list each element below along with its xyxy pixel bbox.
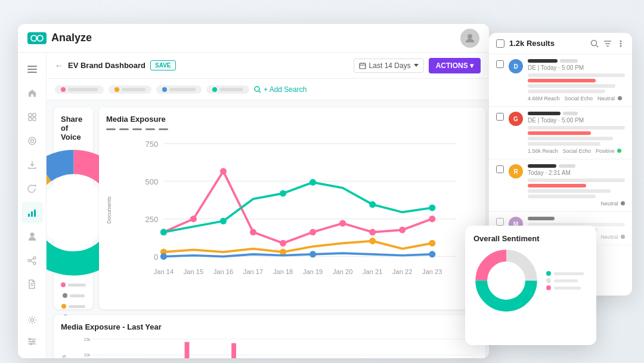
- sidebar-item-share[interactable]: [21, 250, 43, 271]
- result-2-reach: 1.56k Reach: [528, 148, 558, 154]
- filter-tag-2[interactable]: [109, 85, 151, 94]
- sidebar-item-document[interactable]: [21, 273, 43, 295]
- svg-text:Jan 21: Jan 21: [363, 268, 382, 275]
- svg-rect-12: [31, 211, 33, 217]
- logo-icon: [27, 32, 47, 44]
- result-1-checkbox[interactable]: [496, 60, 504, 68]
- result-1-reach: 4.66M Reach: [528, 96, 560, 101]
- svg-point-28: [30, 343, 32, 345]
- sidebar-item-refresh[interactable]: [21, 178, 43, 199]
- source-avatar-3: R: [509, 164, 523, 179]
- source-avatar-1: D: [509, 59, 523, 73]
- result-2-checkbox[interactable]: [496, 113, 504, 121]
- sidebar-item-analytics[interactable]: [21, 202, 43, 223]
- result-item-3: R Today · 2:31 AM Neutral: [489, 159, 632, 212]
- svg-point-27: [33, 341, 35, 343]
- result-3-sentiment: Neutral: [600, 201, 625, 207]
- panel-header: 1.2k Results: [489, 33, 632, 54]
- svg-point-133: [620, 40, 622, 42]
- svg-point-128: [592, 40, 597, 45]
- media-exposure-last-year-card: Media Exposure - Last Year Documents 15k…: [54, 315, 485, 358]
- svg-text:15k: 15k: [83, 337, 91, 342]
- svg-point-62: [369, 201, 376, 208]
- date-range-selector[interactable]: Last 14 Days: [354, 59, 424, 73]
- sidebar-item-sliders[interactable]: [21, 331, 43, 352]
- sentiment-negative: [546, 285, 584, 290]
- filter-tag-3[interactable]: [156, 85, 202, 94]
- result-1-type: Social Echo: [565, 96, 593, 101]
- svg-rect-11: [28, 214, 30, 217]
- result-1-sentiment: Neutral: [597, 96, 622, 101]
- sidebar-item-download[interactable]: [21, 154, 43, 176]
- bar-chart-svg: 15k 10k 5k 0 Jan 29-31 2019: [69, 336, 478, 358]
- result-3-meta: Today · 2:31 AM: [528, 170, 625, 176]
- sidebar-item-menu[interactable]: [21, 59, 43, 80]
- filter-tag-1[interactable]: [55, 85, 104, 94]
- svg-rect-6: [33, 113, 36, 116]
- svg-rect-103: [231, 343, 236, 358]
- svg-point-52: [280, 240, 286, 247]
- svg-text:500: 500: [145, 177, 158, 186]
- svg-point-49: [190, 216, 197, 222]
- svg-point-17: [33, 262, 36, 264]
- svg-rect-29: [360, 63, 366, 69]
- svg-point-10: [30, 140, 33, 143]
- result-4-sentiment: Neutral: [600, 234, 625, 240]
- svg-text:Jan 16: Jan 16: [213, 268, 233, 275]
- search-icon[interactable]: [590, 39, 599, 48]
- svg-point-70: [429, 251, 435, 257]
- select-all-checkbox[interactable]: [496, 39, 504, 48]
- svg-point-15: [28, 259, 30, 262]
- main-content: ← EV Brand Dashboard SAVE Last 14 Days A…: [47, 53, 489, 358]
- result-1-meta: DE | Today · 5:00 PM: [528, 64, 625, 71]
- dashboard-title: EV Brand Dashboard: [68, 61, 145, 70]
- sentiment-legend: [546, 271, 584, 290]
- result-3-checkbox[interactable]: [496, 165, 504, 173]
- actions-button[interactable]: ACTIONS ▾: [429, 58, 481, 73]
- app-logo: Analyze: [27, 32, 92, 44]
- svg-text:Jan 19: Jan 19: [303, 268, 323, 275]
- results-count: 1.2k Results: [509, 39, 555, 48]
- share-of-voice-card: Share of Voice: [54, 107, 93, 309]
- svg-rect-3: [27, 69, 37, 70]
- sentiment-card: Overall Sentiment: [465, 226, 596, 345]
- sidebar: [18, 53, 47, 358]
- add-search-button[interactable]: + Add Search: [254, 85, 306, 94]
- svg-text:Jan 18: Jan 18: [273, 268, 293, 275]
- svg-text:Jan 15: Jan 15: [184, 268, 203, 275]
- sentiment-card-title: Overall Sentiment: [473, 234, 588, 243]
- filter-tag-4[interactable]: [206, 85, 249, 94]
- svg-text:Jan 22: Jan 22: [392, 268, 412, 275]
- media-exposure-title: Media Exposure: [106, 115, 478, 124]
- svg-point-22: [30, 319, 33, 322]
- title-bar: Analyze: [18, 24, 489, 53]
- result-item-2: G DE | Today · 5:00 PM 1.56k Reach Socia…: [489, 107, 632, 159]
- share-of-voice-chart: [61, 146, 86, 319]
- sidebar-item-settings[interactable]: [21, 309, 43, 331]
- svg-point-68: [160, 253, 167, 260]
- sentiment-neutral: [546, 278, 584, 283]
- result-4-checkbox[interactable]: [496, 218, 504, 226]
- svg-point-55: [369, 229, 376, 235]
- sidebar-item-grid[interactable]: [21, 106, 43, 128]
- sidebar-item-monitor[interactable]: [21, 130, 43, 152]
- sentiment-donut-svg: [473, 248, 539, 313]
- save-badge[interactable]: SAVE: [150, 60, 176, 70]
- sidebar-item-home[interactable]: [21, 82, 43, 104]
- sentiment-positive: [546, 271, 584, 276]
- sidebar-item-user[interactable]: [21, 226, 43, 247]
- svg-rect-13: [34, 210, 36, 217]
- add-search-label: + Add Search: [264, 85, 306, 94]
- media-exposure-last-year-title: Media Exposure - Last Year: [61, 322, 478, 331]
- sentiment-content: [473, 248, 588, 313]
- user-avatar[interactable]: [460, 29, 479, 48]
- svg-point-60: [280, 190, 286, 196]
- svg-point-135: [620, 45, 622, 47]
- svg-point-61: [309, 179, 316, 186]
- back-button[interactable]: ←: [55, 61, 63, 70]
- svg-rect-98: [185, 342, 190, 358]
- more-icon[interactable]: [617, 39, 625, 48]
- main-window: Analyze: [18, 24, 489, 358]
- svg-point-50: [220, 168, 227, 174]
- filter-icon[interactable]: [603, 39, 612, 48]
